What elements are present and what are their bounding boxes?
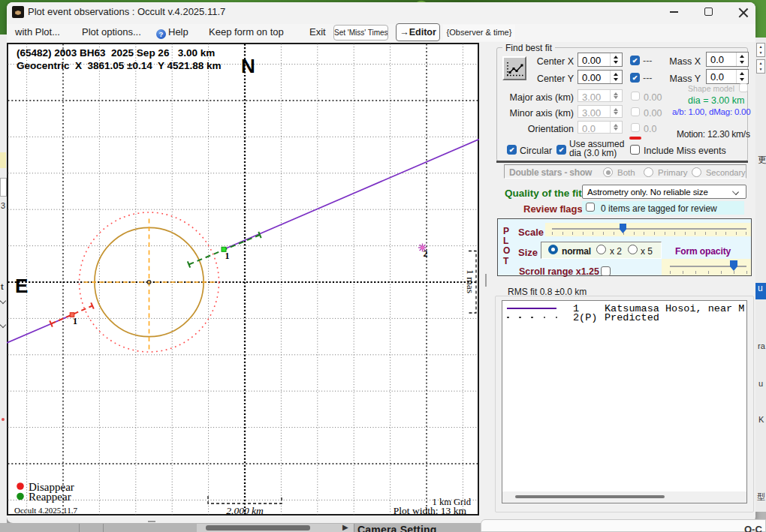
chevron-down-icon[interactable] bbox=[732, 188, 739, 195]
minor-axis-checkbox[interactable] bbox=[631, 107, 640, 116]
plot-canvas[interactable]: (65482) 2003 BH63 2025 Sep 26 3.00 km Ge… bbox=[7, 43, 479, 515]
find-best-fit-label: Find best fit bbox=[502, 43, 555, 53]
size-x5-radio[interactable] bbox=[628, 245, 638, 254]
mas-label: 1 mas bbox=[465, 269, 476, 293]
circular-checkbox[interactable]: ✔ bbox=[507, 145, 517, 155]
obs2-name[interactable]: Predicted bbox=[605, 312, 659, 323]
major-axis-spinner[interactable] bbox=[610, 90, 622, 101]
listbox-hscrollbar-thumb[interactable] bbox=[515, 495, 665, 498]
menu-observer-time[interactable]: {Observer & time} bbox=[443, 25, 515, 41]
double-secondary-radio[interactable] bbox=[692, 167, 701, 177]
center-y-dashes: --- bbox=[643, 73, 653, 83]
left-frag-input bbox=[0, 178, 7, 197]
major-axis-input[interactable]: 3.00 bbox=[578, 89, 623, 102]
right-frag-ra: ra bbox=[758, 341, 765, 350]
mass-x-value[interactable]: 0.0 bbox=[710, 54, 724, 65]
menu-exit[interactable]: Exit bbox=[309, 26, 326, 38]
scale-slider[interactable] bbox=[545, 223, 751, 236]
center-x-input[interactable]: 0.00 bbox=[578, 53, 623, 67]
review-flags-checkbox[interactable] bbox=[586, 203, 595, 212]
east-label: E bbox=[15, 275, 28, 297]
center-y-checkbox[interactable]: ✔ bbox=[630, 73, 640, 83]
background-window-left bbox=[0, 35, 7, 523]
quality-value: Astrometry only. No reliable size bbox=[587, 188, 708, 197]
size-x2-radio[interactable] bbox=[596, 245, 606, 254]
editor-button[interactable]: →Editor bbox=[396, 23, 440, 41]
quality-combobox[interactable]: Astrometry only. No reliable size bbox=[582, 185, 746, 199]
major-axis-aux: 0.00 bbox=[644, 92, 662, 103]
left-frag-t: t bbox=[1, 282, 4, 291]
form-opacity-thumb[interactable] bbox=[730, 260, 737, 271]
include-miss-label: Include Miss events bbox=[644, 146, 726, 156]
right-frag-spin2: ▲▼ bbox=[756, 59, 765, 74]
legend-disappear-dot bbox=[17, 482, 24, 490]
mass-x-spinner[interactable] bbox=[736, 53, 748, 66]
orientation-value[interactable]: 0.0 bbox=[582, 123, 596, 134]
menu-keep-on-top[interactable]: Keep form on top bbox=[209, 26, 284, 38]
center-y-value[interactable]: 0.00 bbox=[582, 72, 601, 83]
size-label: Size bbox=[518, 247, 538, 258]
major-axis-label: Major axis (km) bbox=[496, 92, 574, 103]
center-y-spinner[interactable] bbox=[610, 71, 622, 83]
right-frag-k: K bbox=[758, 415, 764, 424]
form-opacity-slider[interactable] bbox=[662, 259, 751, 275]
right-frag-kanji2: 型 bbox=[757, 491, 765, 503]
center-x-value[interactable]: 0.00 bbox=[582, 55, 601, 66]
mass-y-input[interactable]: 0.0 bbox=[706, 69, 749, 84]
mass-y-value[interactable]: 0.0 bbox=[710, 71, 724, 83]
double-stars-label: Double stars - show bbox=[509, 167, 592, 178]
chord1-green-label: 1 bbox=[225, 251, 230, 261]
center-x-checkbox[interactable]: ✔ bbox=[630, 56, 640, 65]
oc-label: O-C bbox=[744, 524, 762, 532]
orientation-spinner[interactable] bbox=[610, 122, 622, 133]
minimize-icon[interactable] bbox=[670, 11, 678, 13]
include-miss-checkbox[interactable] bbox=[630, 145, 640, 155]
orientation-label: Orientation bbox=[496, 124, 574, 134]
plot-width-label: Plot width: 13 km bbox=[394, 505, 467, 516]
orientation-input[interactable]: 0.0 bbox=[578, 121, 623, 134]
set-miss-times-button[interactable]: Set 'Miss' Times bbox=[333, 25, 388, 41]
ab-dmag-text: a/b: 1.00, dMag: 0.00 bbox=[672, 107, 751, 116]
double-primary-radio[interactable] bbox=[644, 167, 653, 177]
menu-help[interactable]: Help bbox=[168, 26, 188, 38]
north-label: N bbox=[241, 55, 255, 77]
window-title: Plot event observations : Occult v.4.202… bbox=[28, 6, 225, 17]
red-dash-indicator bbox=[629, 137, 641, 140]
dia-text: dia = 3.00 km bbox=[688, 95, 744, 106]
minor-axis-spinner[interactable] bbox=[610, 106, 622, 117]
observations-listbox[interactable] bbox=[502, 300, 747, 503]
use-assumed-checkbox[interactable]: ✔ bbox=[556, 145, 566, 155]
background-window-right bbox=[755, 38, 766, 512]
quality-label: Quality of the fit bbox=[505, 188, 582, 199]
center-x-spinner[interactable] bbox=[610, 53, 622, 66]
plot-header-line2: Geocentric X 3861.05 ±0.14 Y 4521.88 km bbox=[17, 60, 222, 71]
obs1-line-sample bbox=[507, 308, 556, 309]
center-y-input[interactable]: 0.00 bbox=[578, 70, 623, 84]
maximize-icon[interactable] bbox=[704, 8, 713, 16]
scale-bar-label: 2.000 km bbox=[226, 505, 264, 516]
orientation-aux: 0.0 bbox=[644, 124, 656, 134]
left-frag-yellow bbox=[0, 152, 6, 168]
help-icon[interactable]: ? bbox=[156, 29, 166, 39]
mass-x-input[interactable]: 0.0 bbox=[706, 52, 749, 67]
bottom-divider2 bbox=[103, 524, 104, 532]
size-normal-radio[interactable] bbox=[548, 245, 558, 254]
scroll-range-checkbox[interactable] bbox=[601, 266, 611, 276]
major-axis-checkbox[interactable] bbox=[631, 92, 640, 101]
double-both-radio[interactable] bbox=[603, 167, 613, 177]
minor-axis-input[interactable]: 3.00 bbox=[578, 105, 623, 118]
major-axis-value[interactable]: 3.00 bbox=[582, 92, 601, 103]
orientation-checkbox[interactable] bbox=[631, 123, 640, 132]
menu-with-plot[interactable]: with Plot... bbox=[15, 26, 60, 38]
close-icon[interactable] bbox=[738, 7, 748, 17]
chord1-red-label: 1 bbox=[73, 316, 77, 326]
bottom-divider1 bbox=[79, 524, 80, 532]
minor-axis-value[interactable]: 3.00 bbox=[582, 107, 601, 119]
obs2-number[interactable]: 2(P) bbox=[573, 312, 597, 323]
shape-model-checkbox[interactable] bbox=[739, 83, 748, 92]
motion-text: Motion: 12.30 km/s bbox=[677, 129, 750, 140]
menu-plot-options[interactable]: Plot options... bbox=[82, 26, 141, 38]
mass-y-spinner[interactable] bbox=[736, 70, 748, 83]
size-x5-label: x 5 bbox=[641, 246, 653, 257]
background-window-bottom bbox=[481, 519, 766, 532]
